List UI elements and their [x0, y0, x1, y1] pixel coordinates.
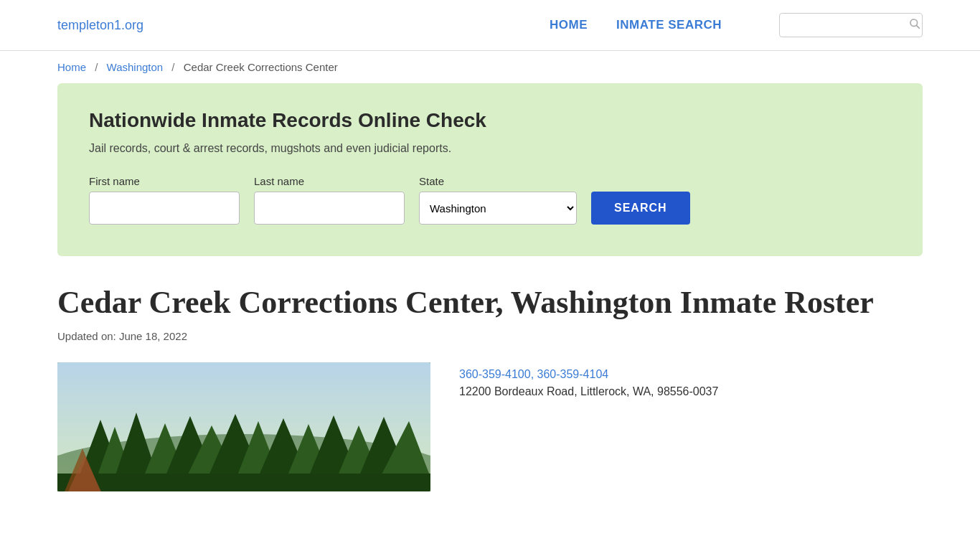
header-search-input[interactable]	[787, 19, 909, 32]
facility-phone[interactable]: 360-359-4100, 360-359-4104	[459, 368, 718, 381]
breadcrumb-state[interactable]: Washington	[107, 61, 164, 73]
first-name-group: First name	[89, 175, 240, 225]
facility-title: Cedar Creek Corrections Center, Washingt…	[57, 285, 923, 321]
breadcrumb: Home / Washington / Cedar Creek Correcti…	[0, 51, 980, 83]
breadcrumb-facility: Cedar Creek Corrections Center	[184, 61, 338, 73]
state-group: State AlabamaAlaskaArizonaArkansasCalifo…	[419, 175, 577, 225]
facility-details: 360-359-4100, 360-359-4104 12200 Bordeau…	[459, 362, 718, 398]
main-nav: HOME INMATE SEARCH	[550, 18, 722, 32]
facility-address: 12200 Bordeaux Road, Littlerock, WA, 985…	[459, 385, 718, 398]
inmate-search-banner: Nationwide Inmate Records Online Check J…	[57, 83, 923, 256]
search-button[interactable]: SEARCH	[591, 192, 690, 225]
breadcrumb-sep-2: /	[171, 61, 174, 73]
state-select[interactable]: AlabamaAlaskaArizonaArkansasCaliforniaCo…	[419, 192, 577, 225]
first-name-label: First name	[89, 175, 240, 187]
last-name-label: Last name	[254, 175, 405, 187]
state-label: State	[419, 175, 577, 187]
svg-rect-18	[57, 474, 430, 491]
nav-home[interactable]: HOME	[550, 18, 588, 32]
last-name-group: Last name	[254, 175, 405, 225]
facility-image	[57, 362, 430, 491]
facility-info-row: 360-359-4100, 360-359-4104 12200 Bordeau…	[57, 362, 923, 491]
search-form-row: First name Last name State AlabamaAlaska…	[89, 175, 891, 225]
site-logo[interactable]: templeton1.org	[57, 18, 143, 33]
search-icon	[909, 18, 920, 32]
banner-title: Nationwide Inmate Records Online Check	[89, 109, 891, 132]
banner-description: Jail records, court & arrest records, mu…	[89, 142, 891, 155]
breadcrumb-sep-1: /	[95, 61, 98, 73]
header-search-box	[779, 13, 923, 37]
svg-line-1	[916, 25, 919, 28]
nav-inmate-search[interactable]: INMATE SEARCH	[616, 18, 722, 32]
updated-date: Updated on: June 18, 2022	[57, 330, 923, 342]
main-content: Cedar Creek Corrections Center, Washingt…	[0, 256, 980, 513]
last-name-input[interactable]	[254, 192, 405, 225]
breadcrumb-home[interactable]: Home	[57, 61, 86, 73]
site-header: templeton1.org HOME INMATE SEARCH	[0, 0, 980, 51]
first-name-input[interactable]	[89, 192, 240, 225]
